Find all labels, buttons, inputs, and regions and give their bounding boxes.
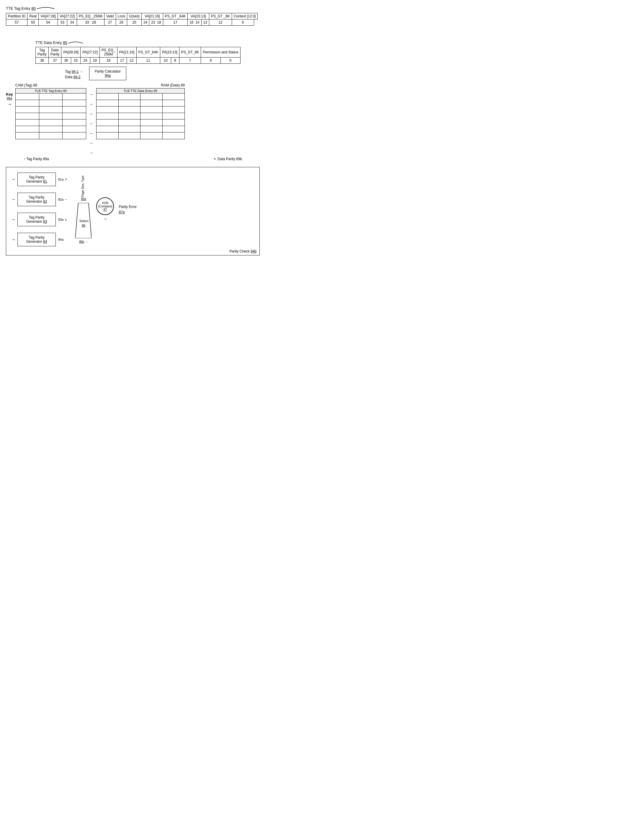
- tlb-tag-cell-3b: [39, 107, 63, 113]
- parity-calc-label: Parity Calculator: [95, 69, 121, 73]
- generators-col: → Tag ParityGenerator 81 81a ↗ → Tag Par…: [11, 173, 68, 246]
- tlb-data-cell-4d: [163, 113, 185, 119]
- tlb-data-cell-4c: [140, 113, 163, 119]
- gen82-ref: 82: [43, 199, 47, 204]
- data-parity-text: Data Parity 89b: [217, 157, 242, 161]
- tte-data-table: TagParity DataParity PA[39:28] PA[27:22]…: [35, 47, 241, 64]
- tte-data-h-pseq: PS_EQ_256M: [100, 47, 118, 57]
- tte-tag-bit-12: 12: [209, 19, 232, 25]
- tte-tag-header-psgt8k: PS_GT _8K: [209, 13, 232, 19]
- xor-compare-label: (Compare): [98, 205, 112, 208]
- tlb-data-row-1: [97, 94, 185, 100]
- parity-check-ref: 94b: [250, 249, 257, 253]
- parity-calc-area: Tag 94-1 → Data 94-2 Parity Calculator 9…: [65, 67, 260, 80]
- tte-data-b-38: 38: [36, 57, 49, 64]
- tte-data-b-25: 25: [71, 57, 80, 64]
- tte-data-b-10: 10: [160, 57, 171, 64]
- parity-check-inner: → Tag ParityGenerator 81 81a ↗ → Tag Par…: [11, 173, 255, 246]
- tlb-data-cell-3c: [140, 107, 163, 113]
- page-size-ref: 86a: [81, 197, 86, 201]
- tte-tag-bit-55: 55: [27, 19, 39, 25]
- page-size-type-label: Page Size, Type 86a: [81, 175, 86, 201]
- xor-circle: XOR (Compare) 87: [96, 197, 114, 215]
- tlb-tag-row-1: [16, 94, 86, 100]
- calc-inputs: Tag 94-1 → Data 94-2: [65, 70, 83, 79]
- tte-tag-header-used: U(sed): [127, 13, 141, 19]
- tlb-tag-row-5: [16, 119, 86, 126]
- xor-section: XOR (Compare) 87 →: [96, 197, 114, 221]
- arrow-6: →: [89, 141, 93, 145]
- tte-tag-ref: 80: [31, 6, 35, 11]
- tlb-tag-cell-5c: [62, 119, 86, 126]
- gen81-out-ref: 81a ↗: [58, 178, 67, 181]
- tlb-data-row-2: [97, 100, 185, 107]
- mux-out-ref: 86b →: [79, 240, 88, 244]
- gen84-out-ref: 84a: [58, 238, 64, 241]
- tag-input-ref: 94-1: [72, 70, 79, 74]
- tlb-tag-cell-7c: [62, 132, 86, 139]
- tlb-data-cell-5a: [97, 119, 119, 126]
- tte-tag-header-lock: Lock: [116, 13, 127, 19]
- tte-data-h-psgt8k: PS_GT_8K: [179, 47, 201, 57]
- tte-tag-bit-26: 26: [116, 19, 127, 25]
- tlb-tag-cell-6a: [16, 126, 39, 132]
- tlb-tag-row-3: [16, 107, 86, 113]
- tte-tag-bit-16-14: 16 14: [188, 19, 201, 25]
- tte-tag-spacer: [254, 19, 258, 25]
- key-ref: 88a: [7, 97, 12, 100]
- tlb-data-cell-7d: [163, 132, 185, 139]
- tte-data-label: TTE Data Entry 85: [35, 40, 260, 46]
- tlb-data-cell-7a: [97, 132, 119, 139]
- tlb-data-cell-1d: [163, 94, 185, 100]
- tte-tag-header-va1513: VA[15:13]: [188, 13, 209, 19]
- tte-data-h-psgt64k: PS_GT_64K: [136, 47, 160, 57]
- parity-check-section: → Tag ParityGenerator 81 81a ↗ → Tag Par…: [6, 167, 260, 255]
- tlb-tag-cell-1c: [62, 94, 86, 100]
- tte-tag-bit-57: 57: [6, 19, 27, 25]
- tte-tag-bit-53: 53: [57, 19, 67, 25]
- tlb-data-cell-2c: [140, 100, 163, 106]
- tlb-tag-cell-4a: [16, 113, 39, 119]
- tte-data-parity-area: TTE Data Entry 85 TagParity DataParity P…: [35, 40, 260, 64]
- generator-81-box: Tag ParityGenerator 81: [18, 173, 56, 186]
- cam-side: Key 88a → CAM (Tag) 88 TLB TTE Tag Entry…: [6, 83, 86, 155]
- tte-tag-bit-24: 24: [141, 19, 149, 25]
- arrow-3: →: [89, 111, 93, 116]
- tte-tag-bit-23-18: 23 18: [149, 19, 163, 25]
- tlb-data-cell-5d: [163, 119, 185, 126]
- tlb-data-cell-6d: [163, 126, 185, 132]
- xor-ref: 87: [104, 208, 107, 211]
- gen84-row: → Tag ParityGenerator 84 84a: [11, 233, 68, 246]
- tlb-data-cell-7b: [119, 132, 141, 139]
- spacer1: [6, 32, 260, 40]
- tte-data-b-18: 18: [100, 57, 118, 64]
- tlb-data-cell-6c: [140, 126, 163, 132]
- tlb-tag-row-2: [16, 100, 86, 107]
- data-input-label: Data 94-2: [65, 75, 83, 79]
- parity-error-section: Parity Error 87a: [119, 205, 137, 214]
- tte-data-b-7: 7: [179, 57, 201, 64]
- tte-tag-header-psgt64k: PS_GT _64K: [163, 13, 188, 19]
- gen82-arrow-in: →: [11, 197, 16, 202]
- tte-data-b-8: 8: [171, 57, 179, 64]
- tlb-data-row-3: [97, 107, 185, 113]
- tlb-tag-cell-1b: [39, 94, 63, 100]
- arrow-5: →: [89, 131, 93, 136]
- gen81-row: → Tag ParityGenerator 81 81a ↗: [11, 173, 68, 186]
- data-input-ref: 94-2: [73, 75, 81, 79]
- tte-tag-header-partition: Partition ID: [6, 13, 27, 19]
- tlb-tag-cell-7a: [16, 132, 39, 139]
- gen82-row: → Tag ParityGenerator 82 82a →: [11, 193, 68, 206]
- tlb-data-rows: TLB TTE Data Entry 85: [96, 88, 185, 139]
- tte-data-b-24: 24: [81, 57, 90, 64]
- tlb-tag-cell-7b: [39, 132, 63, 139]
- arrow-7: →: [89, 150, 93, 155]
- tte-tag-bit-17: 17: [163, 19, 188, 25]
- tte-data-b-19: 19: [90, 57, 99, 64]
- gen82-out-ref: 82a →: [58, 197, 68, 201]
- gen84-ref: 84: [43, 240, 47, 244]
- tte-data-h-tagparity: TagParity: [36, 47, 49, 57]
- mux-svg: Select 86: [75, 203, 91, 238]
- tte-data-b-12: 12: [127, 57, 136, 64]
- tlb-tag-row-4: [16, 113, 86, 119]
